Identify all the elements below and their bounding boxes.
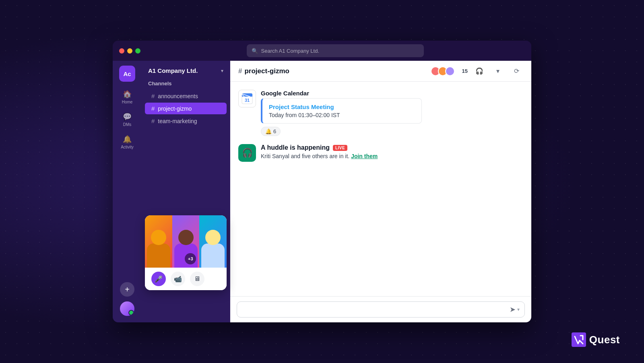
huddle-title-text: A huddle is happening xyxy=(261,144,330,151)
huddle-avatar-3 xyxy=(199,215,227,268)
gcal-icon: 31 xyxy=(238,90,256,107)
chat-hash-symbol: # xyxy=(238,67,242,75)
share-button[interactable]: ⟳ xyxy=(510,64,523,78)
home-icon: 🏠 xyxy=(123,90,132,99)
live-badge: LIVE xyxy=(333,145,347,151)
quest-text: Quest xyxy=(589,334,620,346)
user-avatar[interactable] xyxy=(120,301,134,316)
huddle-desc-text: Kriti Sanyal and five others are in it. xyxy=(261,153,349,159)
reaction-count: 6 xyxy=(273,128,276,134)
channel-name: announcements xyxy=(158,93,198,99)
chevron-down-icon: ▾ xyxy=(496,67,500,75)
event-time: Today from 01:30–02:00 IST xyxy=(269,112,415,118)
nav-dms[interactable]: 💬 DMs xyxy=(116,109,139,130)
person-3-body xyxy=(201,243,225,268)
channels-section-label: Channels xyxy=(142,80,230,90)
workspace-chevron-icon[interactable]: ▾ xyxy=(221,68,223,74)
chat-messages: 31 Google Calendar Project Status Meetin… xyxy=(230,82,531,296)
headphones-icon: 🎧 xyxy=(475,67,483,75)
dms-icon: 💬 xyxy=(123,112,132,121)
minimize-button[interactable] xyxy=(127,48,132,54)
workspace-header: A1 Company Ltd. ▾ xyxy=(142,67,230,80)
chat-main: # project-gizmo 15 🎧 ▾ ⟳ xyxy=(230,61,531,322)
nav-activity[interactable]: 🔔 Activity xyxy=(116,132,139,153)
huddle-avatar-2: +3 xyxy=(172,215,200,268)
reaction-chip[interactable]: 🔔 6 xyxy=(261,127,281,136)
channel-hash-icon: # xyxy=(151,118,155,124)
channel-team-marketing[interactable]: # team-marketing xyxy=(145,115,227,127)
huddle-avatar-area: +3 xyxy=(145,215,227,268)
event-title: Project Status Meeting xyxy=(269,103,415,110)
quest-logo: Quest xyxy=(572,332,620,347)
search-icon: 🔍 xyxy=(252,48,258,54)
app-window: 🔍 Search A1 Company Ltd. Ac 🏠 Home 💬 DMs… xyxy=(113,41,531,322)
huddle-avatar-1 xyxy=(145,215,172,268)
headphones-icon: 🎧 xyxy=(242,148,253,158)
share-icon: ⟳ xyxy=(514,67,519,75)
send-icon: ➤ xyxy=(510,305,516,314)
channel-sidebar: A1 Company Ltd. ▾ Channels # announcemen… xyxy=(142,61,230,322)
search-bar[interactable]: 🔍 Search A1 Company Ltd. xyxy=(247,44,424,57)
icon-sidebar: Ac 🏠 Home 💬 DMs 🔔 Activity + xyxy=(113,61,142,322)
huddle-message: 🎧 A huddle is happening LIVE Kriti Sanya… xyxy=(238,144,523,162)
person-3 xyxy=(199,215,227,268)
channel-name: project-gizmo xyxy=(158,105,192,112)
person-1-head xyxy=(151,230,166,245)
huddle-description: Kriti Sanyal and five others are in it. … xyxy=(261,153,523,159)
chevron-down-button[interactable]: ▾ xyxy=(491,64,505,78)
headphones-button[interactable]: 🎧 xyxy=(473,64,486,78)
person-2-head xyxy=(178,230,194,245)
video-button[interactable]: 📹 xyxy=(171,272,185,286)
title-bar: 🔍 Search A1 Company Ltd. xyxy=(113,41,531,61)
huddle-message-icon: 🎧 xyxy=(238,144,256,162)
app-body: Ac 🏠 Home 💬 DMs 🔔 Activity + A1 Company … xyxy=(113,61,531,322)
gcal-message-content: Google Calendar Project Status Meeting T… xyxy=(261,90,523,136)
member-count: 15 xyxy=(462,68,468,74)
mute-button[interactable]: 🎤 xyxy=(151,272,166,286)
person-3-head xyxy=(205,230,221,245)
close-button[interactable] xyxy=(119,48,124,54)
send-chevron-icon: ▾ xyxy=(517,307,520,312)
chat-header: # project-gizmo 15 🎧 ▾ ⟳ xyxy=(230,61,531,82)
add-button[interactable]: + xyxy=(120,282,134,297)
message-input[interactable] xyxy=(242,306,506,313)
send-button[interactable]: ➤ ▾ xyxy=(510,305,520,314)
svg-text:31: 31 xyxy=(245,98,250,103)
person-1 xyxy=(145,215,172,268)
channel-announcements[interactable]: # announcements xyxy=(145,90,227,102)
person-1-body xyxy=(147,243,170,268)
channel-name: team-marketing xyxy=(158,118,197,124)
quest-logo-icon xyxy=(572,332,586,347)
channel-hash-icon: # xyxy=(151,105,155,112)
huddle-popup: +3 🎤 📹 🖥 xyxy=(145,215,227,290)
member-avatar-3 xyxy=(445,66,455,76)
chat-title: # project-gizmo xyxy=(238,67,426,75)
dms-label: DMs xyxy=(123,122,132,127)
message-input-area: ➤ ▾ xyxy=(230,296,531,322)
member-avatar-stack xyxy=(431,66,455,76)
chat-channel-name: project-gizmo xyxy=(244,67,289,75)
channel-project-gizmo[interactable]: # project-gizmo xyxy=(145,103,227,114)
home-label: Home xyxy=(122,100,133,104)
svg-rect-7 xyxy=(572,332,586,347)
calendar-event-card: Project Status Meeting Today from 01:30–… xyxy=(261,98,422,124)
gcal-sender: Google Calendar xyxy=(261,90,523,97)
join-link[interactable]: Join them xyxy=(351,153,378,159)
nav-home[interactable]: 🏠 Home xyxy=(116,87,139,107)
huddle-controls: 🎤 📹 🖥 xyxy=(145,268,227,290)
search-placeholder: Search A1 Company Ltd. xyxy=(261,48,320,54)
workspace-name: A1 Company Ltd. xyxy=(148,67,198,74)
traffic-lights xyxy=(119,48,140,54)
message-input-wrapper: ➤ ▾ xyxy=(237,301,525,318)
activity-label: Activity xyxy=(121,145,134,149)
workspace-avatar[interactable]: Ac xyxy=(119,66,135,82)
gcal-message: 31 Google Calendar Project Status Meetin… xyxy=(238,90,523,136)
channel-hash-icon: # xyxy=(151,93,155,99)
maximize-button[interactable] xyxy=(135,48,140,54)
huddle-message-content: A huddle is happening LIVE Kriti Sanyal … xyxy=(261,144,523,159)
reaction-emoji: 🔔 xyxy=(265,128,272,134)
huddle-title: A huddle is happening LIVE xyxy=(261,144,523,151)
activity-icon: 🔔 xyxy=(123,135,132,144)
screen-share-button[interactable]: 🖥 xyxy=(190,272,204,286)
